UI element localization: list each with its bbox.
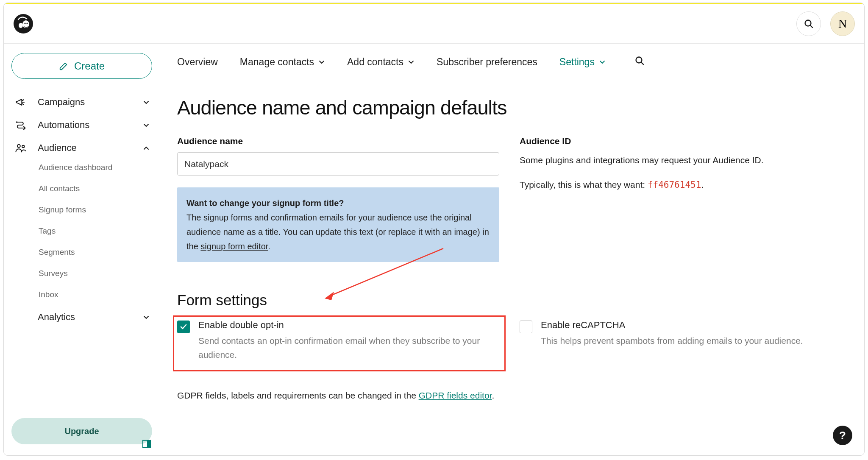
svg-point-1	[19, 23, 23, 28]
double-optin-option: Enable double opt-in Send contacts an op…	[177, 320, 499, 362]
audience-id-line2-pre: Typically, this is what they want:	[520, 180, 648, 190]
svg-line-13	[641, 62, 643, 64]
double-optin-desc: Send contacts an opt-in confirmation ema…	[198, 334, 499, 362]
sidebar-item-audience[interactable]: Audience	[11, 137, 152, 159]
tab-label: Overview	[177, 56, 218, 68]
form-settings-title: Form settings	[177, 292, 847, 309]
double-optin-title: Enable double opt-in	[198, 320, 499, 331]
automations-icon	[14, 119, 28, 131]
recaptcha-checkbox[interactable]	[520, 321, 532, 333]
svg-point-9	[22, 145, 25, 148]
search-icon	[634, 56, 645, 66]
tab-overview[interactable]: Overview	[177, 56, 218, 68]
create-button-label: Create	[74, 60, 105, 72]
help-glyph: ?	[839, 429, 846, 442]
upgrade-button[interactable]: Upgrade	[11, 418, 152, 444]
svg-point-7	[16, 121, 18, 123]
megaphone-icon	[14, 96, 28, 108]
sidebar-item-label: Automations	[38, 120, 89, 131]
checkmark-icon	[180, 323, 187, 331]
gdpr-fields-editor-link[interactable]: GDPR fields editor	[419, 390, 492, 400]
audience-icon	[14, 142, 28, 154]
sidebar-item-automations[interactable]: Automations	[11, 114, 152, 137]
sub-tags[interactable]: Tags	[39, 221, 152, 241]
tab-label: Settings	[559, 56, 595, 68]
double-optin-checkbox[interactable]	[177, 321, 190, 333]
sidebar-item-analytics[interactable]: Analytics	[11, 306, 152, 328]
sub-segments[interactable]: Segments	[39, 243, 152, 262]
svg-point-4	[26, 22, 28, 24]
tab-label: Manage contacts	[240, 56, 314, 68]
page-title: Audience name and campaign defaults	[177, 96, 847, 119]
gdpr-note: GDPR fields, labels and requirements can…	[177, 390, 847, 401]
topbar: N	[4, 4, 864, 44]
page-tabs: Overview Manage contacts Add contacts Su…	[177, 44, 847, 77]
svg-point-3	[24, 22, 25, 24]
chevron-down-icon	[143, 99, 150, 106]
svg-line-6	[810, 25, 812, 28]
audience-id-code: ff46761451	[648, 180, 701, 190]
chevron-down-icon	[143, 314, 150, 321]
chevron-down-icon	[318, 59, 325, 65]
avatar-initial: N	[838, 17, 847, 31]
svg-rect-11	[147, 440, 150, 448]
help-button[interactable]: ?	[833, 426, 852, 445]
signup-form-editor-link[interactable]: signup form editor	[200, 242, 268, 251]
audience-name-label: Audience name	[177, 136, 499, 146]
audience-id-label: Audience ID	[520, 136, 847, 146]
info-box-question: Want to change your signup form title?	[186, 198, 344, 208]
recaptcha-option: Enable reCAPTCHA This helps prevent spam…	[520, 320, 847, 348]
sidebar-item-label: Campaigns	[38, 97, 85, 108]
sidebar: Create Campaigns	[4, 44, 160, 455]
audience-name-input[interactable]	[177, 152, 499, 176]
svg-point-8	[17, 145, 20, 148]
global-search-button[interactable]	[796, 11, 821, 36]
tab-label: Subscriber preferences	[437, 56, 537, 68]
tab-label: Add contacts	[347, 56, 403, 68]
profile-avatar-button[interactable]: N	[830, 11, 855, 36]
panel-collapse-icon[interactable]	[142, 439, 151, 449]
audience-submenu: Audience dashboard All contacts Signup f…	[11, 158, 152, 304]
search-icon	[804, 19, 814, 29]
sidebar-item-label: Analytics	[38, 312, 75, 323]
sub-all-contacts[interactable]: All contacts	[39, 179, 152, 198]
chevron-down-icon	[143, 122, 150, 128]
tab-settings[interactable]: Settings	[559, 56, 606, 68]
chevron-up-icon	[143, 145, 150, 151]
tab-manage-contacts[interactable]: Manage contacts	[240, 56, 325, 68]
tab-subscriber-preferences[interactable]: Subscriber preferences	[437, 56, 537, 68]
sub-surveys[interactable]: Surveys	[39, 264, 152, 283]
chevron-down-icon	[408, 59, 415, 65]
sub-signup-forms[interactable]: Signup forms	[39, 200, 152, 220]
tab-add-contacts[interactable]: Add contacts	[347, 56, 415, 68]
sub-audience-dashboard[interactable]: Audience dashboard	[39, 158, 152, 177]
audience-id-line1: Some plugins and integrations may reques…	[520, 152, 847, 168]
chevron-down-icon	[599, 59, 606, 65]
mailchimp-logo[interactable]	[13, 14, 33, 34]
main-content: Overview Manage contacts Add contacts Su…	[160, 44, 864, 455]
signup-title-info-box: Want to change your signup form title? T…	[177, 187, 499, 262]
pencil-icon	[59, 61, 68, 71]
sidebar-item-label: Audience	[38, 142, 77, 153]
sidebar-item-campaigns[interactable]: Campaigns	[11, 91, 152, 114]
create-button[interactable]: Create	[11, 53, 152, 79]
tabs-search-button[interactable]	[634, 56, 645, 68]
recaptcha-title: Enable reCAPTCHA	[541, 320, 803, 331]
sub-inbox[interactable]: Inbox	[39, 285, 152, 304]
recaptcha-desc: This helps prevent spambots from adding …	[541, 334, 803, 348]
